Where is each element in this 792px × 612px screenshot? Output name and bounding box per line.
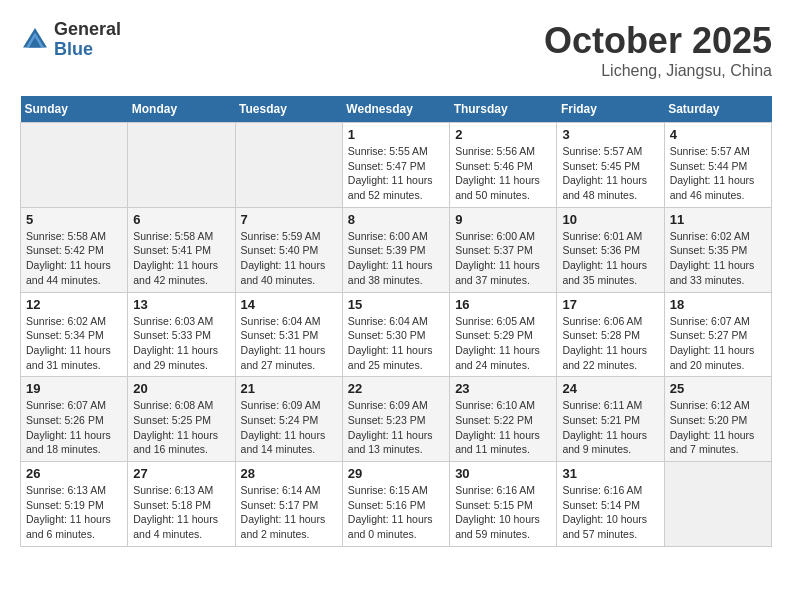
day-cell: 29Sunrise: 6:15 AM Sunset: 5:16 PM Dayli… [342, 462, 449, 547]
day-detail: Sunrise: 6:00 AM Sunset: 5:39 PM Dayligh… [348, 229, 444, 288]
day-cell: 1Sunrise: 5:55 AM Sunset: 5:47 PM Daylig… [342, 123, 449, 208]
day-cell [21, 123, 128, 208]
week-row-3: 19Sunrise: 6:07 AM Sunset: 5:26 PM Dayli… [21, 377, 772, 462]
day-cell: 5Sunrise: 5:58 AM Sunset: 5:42 PM Daylig… [21, 207, 128, 292]
day-detail: Sunrise: 6:16 AM Sunset: 5:14 PM Dayligh… [562, 483, 658, 542]
day-detail: Sunrise: 6:10 AM Sunset: 5:22 PM Dayligh… [455, 398, 551, 457]
day-detail: Sunrise: 6:05 AM Sunset: 5:29 PM Dayligh… [455, 314, 551, 373]
week-row-2: 12Sunrise: 6:02 AM Sunset: 5:34 PM Dayli… [21, 292, 772, 377]
day-detail: Sunrise: 6:13 AM Sunset: 5:18 PM Dayligh… [133, 483, 229, 542]
day-number: 18 [670, 297, 766, 312]
day-cell: 12Sunrise: 6:02 AM Sunset: 5:34 PM Dayli… [21, 292, 128, 377]
location: Licheng, Jiangsu, China [544, 62, 772, 80]
month-title: October 2025 [544, 20, 772, 62]
day-number: 19 [26, 381, 122, 396]
day-cell: 13Sunrise: 6:03 AM Sunset: 5:33 PM Dayli… [128, 292, 235, 377]
logo-general: General [54, 19, 121, 39]
header-cell-sunday: Sunday [21, 96, 128, 123]
day-detail: Sunrise: 6:04 AM Sunset: 5:31 PM Dayligh… [241, 314, 337, 373]
week-row-4: 26Sunrise: 6:13 AM Sunset: 5:19 PM Dayli… [21, 462, 772, 547]
day-detail: Sunrise: 5:57 AM Sunset: 5:45 PM Dayligh… [562, 144, 658, 203]
day-number: 17 [562, 297, 658, 312]
day-detail: Sunrise: 6:09 AM Sunset: 5:24 PM Dayligh… [241, 398, 337, 457]
day-cell: 15Sunrise: 6:04 AM Sunset: 5:30 PM Dayli… [342, 292, 449, 377]
day-cell: 6Sunrise: 5:58 AM Sunset: 5:41 PM Daylig… [128, 207, 235, 292]
header-cell-monday: Monday [128, 96, 235, 123]
day-cell: 19Sunrise: 6:07 AM Sunset: 5:26 PM Dayli… [21, 377, 128, 462]
day-cell: 17Sunrise: 6:06 AM Sunset: 5:28 PM Dayli… [557, 292, 664, 377]
day-detail: Sunrise: 6:16 AM Sunset: 5:15 PM Dayligh… [455, 483, 551, 542]
day-cell: 25Sunrise: 6:12 AM Sunset: 5:20 PM Dayli… [664, 377, 771, 462]
day-number: 31 [562, 466, 658, 481]
day-cell: 18Sunrise: 6:07 AM Sunset: 5:27 PM Dayli… [664, 292, 771, 377]
day-cell: 22Sunrise: 6:09 AM Sunset: 5:23 PM Dayli… [342, 377, 449, 462]
day-number: 30 [455, 466, 551, 481]
calendar-table: SundayMondayTuesdayWednesdayThursdayFrid… [20, 96, 772, 547]
week-row-0: 1Sunrise: 5:55 AM Sunset: 5:47 PM Daylig… [21, 123, 772, 208]
day-number: 22 [348, 381, 444, 396]
day-cell: 27Sunrise: 6:13 AM Sunset: 5:18 PM Dayli… [128, 462, 235, 547]
day-number: 21 [241, 381, 337, 396]
day-number: 25 [670, 381, 766, 396]
day-number: 10 [562, 212, 658, 227]
title-block: October 2025 Licheng, Jiangsu, China [544, 20, 772, 80]
day-cell: 9Sunrise: 6:00 AM Sunset: 5:37 PM Daylig… [450, 207, 557, 292]
day-number: 5 [26, 212, 122, 227]
day-number: 1 [348, 127, 444, 142]
day-cell: 8Sunrise: 6:00 AM Sunset: 5:39 PM Daylig… [342, 207, 449, 292]
day-number: 15 [348, 297, 444, 312]
day-cell: 30Sunrise: 6:16 AM Sunset: 5:15 PM Dayli… [450, 462, 557, 547]
day-number: 4 [670, 127, 766, 142]
day-detail: Sunrise: 5:59 AM Sunset: 5:40 PM Dayligh… [241, 229, 337, 288]
day-cell: 31Sunrise: 6:16 AM Sunset: 5:14 PM Dayli… [557, 462, 664, 547]
day-number: 24 [562, 381, 658, 396]
day-detail: Sunrise: 6:06 AM Sunset: 5:28 PM Dayligh… [562, 314, 658, 373]
day-number: 8 [348, 212, 444, 227]
day-detail: Sunrise: 6:09 AM Sunset: 5:23 PM Dayligh… [348, 398, 444, 457]
day-cell: 21Sunrise: 6:09 AM Sunset: 5:24 PM Dayli… [235, 377, 342, 462]
day-cell: 2Sunrise: 5:56 AM Sunset: 5:46 PM Daylig… [450, 123, 557, 208]
day-detail: Sunrise: 6:13 AM Sunset: 5:19 PM Dayligh… [26, 483, 122, 542]
day-cell: 26Sunrise: 6:13 AM Sunset: 5:19 PM Dayli… [21, 462, 128, 547]
day-number: 16 [455, 297, 551, 312]
day-detail: Sunrise: 6:02 AM Sunset: 5:35 PM Dayligh… [670, 229, 766, 288]
day-cell: 7Sunrise: 5:59 AM Sunset: 5:40 PM Daylig… [235, 207, 342, 292]
day-detail: Sunrise: 6:07 AM Sunset: 5:26 PM Dayligh… [26, 398, 122, 457]
logo: General Blue [20, 20, 121, 60]
day-detail: Sunrise: 6:12 AM Sunset: 5:20 PM Dayligh… [670, 398, 766, 457]
day-cell [235, 123, 342, 208]
day-cell: 14Sunrise: 6:04 AM Sunset: 5:31 PM Dayli… [235, 292, 342, 377]
day-detail: Sunrise: 5:58 AM Sunset: 5:42 PM Dayligh… [26, 229, 122, 288]
day-number: 2 [455, 127, 551, 142]
day-cell: 4Sunrise: 5:57 AM Sunset: 5:44 PM Daylig… [664, 123, 771, 208]
week-row-1: 5Sunrise: 5:58 AM Sunset: 5:42 PM Daylig… [21, 207, 772, 292]
day-cell: 11Sunrise: 6:02 AM Sunset: 5:35 PM Dayli… [664, 207, 771, 292]
day-detail: Sunrise: 6:04 AM Sunset: 5:30 PM Dayligh… [348, 314, 444, 373]
day-number: 14 [241, 297, 337, 312]
day-number: 11 [670, 212, 766, 227]
day-number: 6 [133, 212, 229, 227]
day-number: 3 [562, 127, 658, 142]
day-cell: 16Sunrise: 6:05 AM Sunset: 5:29 PM Dayli… [450, 292, 557, 377]
day-detail: Sunrise: 5:55 AM Sunset: 5:47 PM Dayligh… [348, 144, 444, 203]
day-detail: Sunrise: 6:14 AM Sunset: 5:17 PM Dayligh… [241, 483, 337, 542]
day-detail: Sunrise: 6:11 AM Sunset: 5:21 PM Dayligh… [562, 398, 658, 457]
day-detail: Sunrise: 6:00 AM Sunset: 5:37 PM Dayligh… [455, 229, 551, 288]
logo-blue: Blue [54, 39, 93, 59]
day-cell: 10Sunrise: 6:01 AM Sunset: 5:36 PM Dayli… [557, 207, 664, 292]
day-cell [128, 123, 235, 208]
day-detail: Sunrise: 6:07 AM Sunset: 5:27 PM Dayligh… [670, 314, 766, 373]
day-cell: 23Sunrise: 6:10 AM Sunset: 5:22 PM Dayli… [450, 377, 557, 462]
header-cell-thursday: Thursday [450, 96, 557, 123]
day-number: 13 [133, 297, 229, 312]
day-cell [664, 462, 771, 547]
day-number: 9 [455, 212, 551, 227]
day-number: 12 [26, 297, 122, 312]
day-detail: Sunrise: 5:57 AM Sunset: 5:44 PM Dayligh… [670, 144, 766, 203]
day-detail: Sunrise: 6:03 AM Sunset: 5:33 PM Dayligh… [133, 314, 229, 373]
day-cell: 20Sunrise: 6:08 AM Sunset: 5:25 PM Dayli… [128, 377, 235, 462]
day-detail: Sunrise: 5:56 AM Sunset: 5:46 PM Dayligh… [455, 144, 551, 203]
day-cell: 24Sunrise: 6:11 AM Sunset: 5:21 PM Dayli… [557, 377, 664, 462]
header-cell-saturday: Saturday [664, 96, 771, 123]
day-detail: Sunrise: 5:58 AM Sunset: 5:41 PM Dayligh… [133, 229, 229, 288]
